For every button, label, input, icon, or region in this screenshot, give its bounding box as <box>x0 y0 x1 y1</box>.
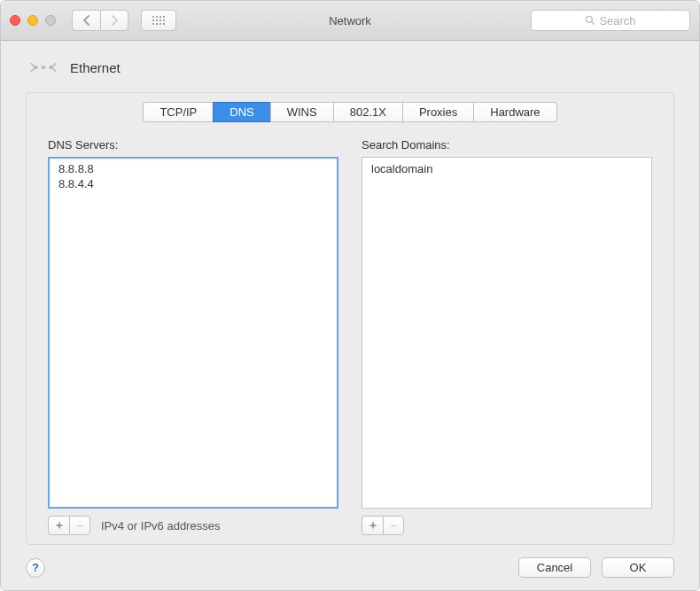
lists-row: DNS Servers: 8.8.8.8 8.8.4.4 ＋ − <box>48 138 652 535</box>
dns-add-remove: ＋ − <box>48 516 90 535</box>
minimize-button[interactable] <box>27 15 38 26</box>
dns-servers-label: DNS Servers: <box>48 138 338 152</box>
domains-remove-button[interactable]: − <box>383 516 404 535</box>
search-placeholder: Search <box>599 14 635 27</box>
content-area: Ethernet TCP/IP DNS WINS 802.1X Proxies … <box>1 41 699 590</box>
svg-point-2 <box>34 66 37 69</box>
search-icon <box>585 15 595 26</box>
dns-list-footer: ＋ − IPv4 or IPv6 addresses <box>48 516 338 535</box>
minus-icon: − <box>390 518 397 533</box>
svg-point-3 <box>42 66 45 69</box>
tab-8021x[interactable]: 802.1X <box>333 102 402 122</box>
search-domains-label: Search Domains: <box>362 138 652 152</box>
window-controls <box>10 15 56 26</box>
list-item[interactable]: localdomain <box>362 161 651 176</box>
show-all-button[interactable] <box>141 10 176 31</box>
search-input[interactable]: Search <box>531 10 690 31</box>
ok-button[interactable]: OK <box>602 557 674 578</box>
bottom-row: ? Cancel OK <box>26 557 674 578</box>
tab-proxies[interactable]: Proxies <box>402 102 473 122</box>
ethernet-icon <box>29 57 58 78</box>
dns-add-button[interactable]: ＋ <box>48 516 69 535</box>
plus-icon: ＋ <box>367 517 379 533</box>
search-domains-column: Search Domains: localdomain ＋ − <box>362 138 652 535</box>
connection-name: Ethernet <box>70 60 121 75</box>
back-button[interactable] <box>72 10 100 31</box>
cancel-button[interactable]: Cancel <box>518 557 591 578</box>
tab-tcpip[interactable]: TCP/IP <box>143 102 213 122</box>
connection-header: Ethernet <box>29 57 674 78</box>
dns-hint: IPv4 or IPv6 addresses <box>101 519 220 533</box>
close-button[interactable] <box>10 15 20 26</box>
domains-list-footer: ＋ − <box>362 516 652 535</box>
tab-dns[interactable]: DNS <box>213 102 269 122</box>
titlebar: Network Search <box>1 1 699 41</box>
grid-icon <box>152 16 165 25</box>
action-buttons: Cancel OK <box>518 557 674 578</box>
dns-servers-list[interactable]: 8.8.8.8 8.8.4.4 <box>48 157 338 509</box>
zoom-button <box>45 15 56 26</box>
settings-panel: TCP/IP DNS WINS 802.1X Proxies Hardware … <box>26 92 674 545</box>
svg-point-4 <box>49 66 52 69</box>
forward-button[interactable] <box>100 10 128 31</box>
help-button[interactable]: ? <box>26 558 45 578</box>
nav-buttons <box>72 10 128 31</box>
preferences-window: Network Search Ethernet TCP/IP DNS <box>0 0 700 591</box>
domains-add-button[interactable]: ＋ <box>362 516 383 535</box>
search-domains-list[interactable]: localdomain <box>362 157 652 509</box>
tab-hardware[interactable]: Hardware <box>473 102 556 122</box>
list-item[interactable]: 8.8.4.4 <box>50 176 337 191</box>
svg-line-1 <box>592 22 595 25</box>
plus-icon: ＋ <box>53 517 66 533</box>
minus-icon: − <box>76 518 83 533</box>
list-item[interactable]: 8.8.8.8 <box>50 161 337 176</box>
tab-wins[interactable]: WINS <box>270 102 333 122</box>
help-icon: ? <box>32 561 39 574</box>
dns-servers-column: DNS Servers: 8.8.8.8 8.8.4.4 ＋ − <box>48 138 338 535</box>
tabs: TCP/IP DNS WINS 802.1X Proxies Hardware <box>48 102 652 122</box>
domains-add-remove: ＋ − <box>362 516 404 535</box>
dns-remove-button[interactable]: − <box>69 516 90 535</box>
